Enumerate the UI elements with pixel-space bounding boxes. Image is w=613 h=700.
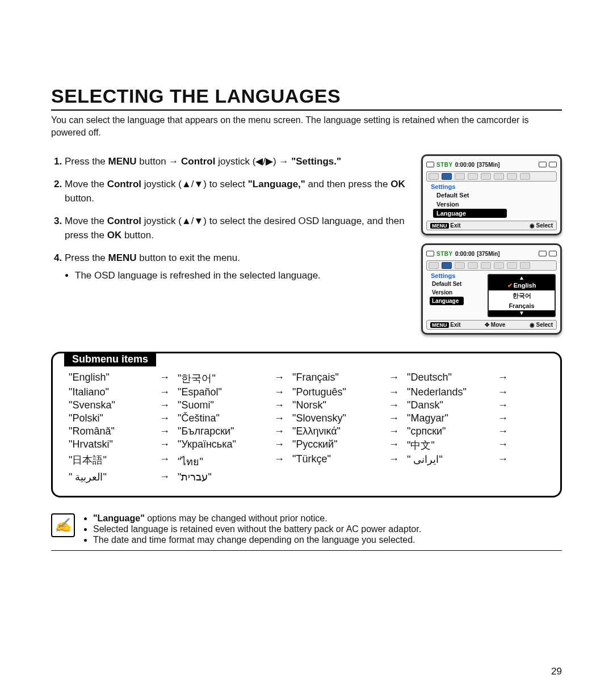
arrow-icon: →: [498, 438, 516, 452]
arrow-icon: →: [389, 438, 407, 452]
arrow-icon: [274, 471, 292, 483]
arrow-icon: →: [498, 453, 516, 470]
arrow-icon: →: [274, 412, 292, 424]
language-item: " ایرانی": [407, 453, 498, 470]
language-item: " العربية": [69, 471, 159, 483]
note-2: Selected language is retained even witho…: [93, 524, 421, 534]
language-item: "Deutsch": [407, 372, 498, 385]
language-item: "Svenska": [69, 399, 159, 411]
arrow-icon: →: [498, 412, 516, 424]
arrow-icon: →: [159, 453, 178, 470]
note-1: "Language" options may be changed withou…: [93, 513, 421, 524]
language-item: "Ελληνικά": [292, 425, 389, 437]
language-item: "Slovensky": [292, 412, 389, 424]
step-1: Press the MENU button → Control joystick…: [65, 154, 408, 169]
arrow-icon: →: [389, 453, 407, 470]
step-3: Move the Control joystick (▲/▼) to selec…: [65, 214, 408, 243]
arrow-icon: →: [389, 412, 407, 424]
language-item: "Suomi": [178, 399, 274, 411]
step-4-bullet: The OSD language is refreshed in the sel…: [75, 268, 408, 283]
lcd-settings-header: Settings: [431, 183, 557, 190]
step-4: Press the MENU button to exit the menu. …: [65, 251, 408, 283]
arrow-icon: →: [498, 399, 516, 411]
battery-icon: [549, 162, 557, 167]
arrow-icon: →: [159, 438, 178, 452]
language-item: "Hrvatski": [69, 438, 159, 452]
language-item: "עברית": [178, 471, 274, 483]
language-item: "한국어": [178, 372, 274, 385]
camera-icon: [426, 251, 434, 256]
step-2: Move the Control joystick (▲/▼) to selec…: [65, 177, 408, 206]
camera-icon: [426, 162, 434, 167]
language-item: "Português": [292, 386, 389, 398]
note-3: The date and time format may change depe…: [93, 535, 421, 545]
language-grid: "English"→"한국어"→"Français"→"Deutsch"→"It…: [69, 372, 544, 483]
card-icon: [539, 251, 547, 256]
language-item: "ไทย": [178, 453, 274, 470]
language-item: "Čeština": [178, 412, 274, 424]
language-item: "Български": [178, 425, 274, 437]
language-item: "Türkçe": [292, 453, 389, 470]
steps-list: Press the MENU button → Control joystick…: [51, 154, 408, 283]
language-item: "Українська": [178, 438, 274, 452]
language-item: "中文": [407, 438, 498, 452]
lcd-screenshot-2: STBY 0:00:00 [375Min] Settings Default S…: [421, 243, 562, 335]
arrow-icon: →: [159, 372, 178, 385]
submenu-box: Submenu items "English"→"한국어"→"Français"…: [51, 352, 562, 497]
lcd-row-language: Language: [433, 209, 507, 218]
arrow-icon: →: [389, 386, 407, 398]
language-item: "Nederlands": [407, 386, 498, 398]
arrow-icon: →: [274, 425, 292, 437]
arrow-icon: →: [159, 471, 178, 483]
language-item: "Română": [69, 425, 159, 437]
arrow-icon: →: [159, 399, 178, 411]
language-item: "English": [69, 372, 159, 385]
language-item: "Français": [292, 372, 389, 385]
arrow-icon: →: [274, 438, 292, 452]
language-item: "Español": [178, 386, 274, 398]
arrow-icon: →: [498, 386, 516, 398]
arrow-icon: →: [498, 425, 516, 437]
arrow-icon: →: [274, 399, 292, 411]
language-item: "српски": [407, 425, 498, 437]
language-item: "Italiano": [69, 386, 159, 398]
language-item: "Русский": [292, 438, 389, 452]
language-item: "Norsk": [292, 399, 389, 411]
arrow-icon: →: [274, 453, 292, 470]
arrow-icon: →: [389, 399, 407, 411]
arrow-icon: →: [159, 386, 178, 398]
lcd-screenshot-1: STBY 0:00:00 [375Min] Settings Default S…: [421, 154, 562, 235]
language-item: "Dansk": [407, 399, 498, 411]
submenu-tab: Submenu items: [64, 352, 156, 366]
arrow-icon: →: [159, 412, 178, 424]
arrow-icon: →: [389, 425, 407, 437]
card-icon: [539, 162, 547, 167]
page-title: SELECTING THE LANGUAGES: [51, 85, 562, 111]
arrow-icon: →: [159, 425, 178, 437]
arrow-icon: →: [389, 372, 407, 385]
page-number: 29: [551, 666, 562, 677]
lcd-row-default-set: Default Set: [433, 191, 507, 200]
intro-text: You can select the language that appears…: [51, 114, 562, 138]
notes-section: ✍ "Language" options may be changed with…: [51, 513, 562, 551]
language-item: "Magyar": [407, 412, 498, 424]
language-item: "Polski": [69, 412, 159, 424]
language-popup: ▲ ✔English 한국어 Français ▼: [488, 274, 556, 317]
arrow-icon: →: [274, 386, 292, 398]
language-item: "日本語": [69, 453, 159, 470]
lcd-row-version: Version: [433, 200, 507, 209]
note-icon: ✍: [51, 513, 75, 537]
arrow-icon: →: [498, 372, 516, 385]
arrow-icon: →: [274, 372, 292, 385]
battery-icon: [549, 251, 557, 256]
